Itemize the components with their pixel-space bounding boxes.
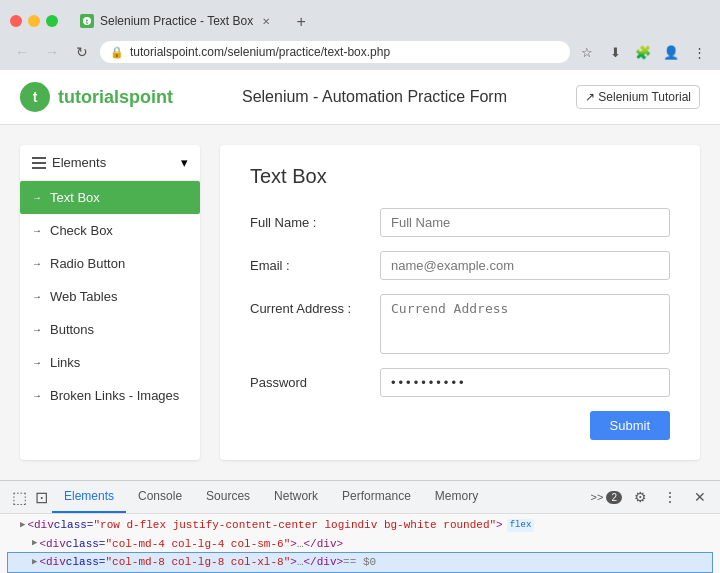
tutorial-link[interactable]: ↗ Selenium Tutorial bbox=[576, 85, 700, 109]
email-input[interactable] bbox=[380, 251, 670, 280]
brand-name: tutorialspoint bbox=[58, 87, 173, 108]
device-tool-button[interactable]: ⊡ bbox=[30, 486, 52, 508]
sidebar-item-label: Web Tables bbox=[50, 289, 117, 304]
arrow-icon: → bbox=[32, 291, 42, 302]
address-input[interactable] bbox=[380, 294, 670, 354]
sidebar-item-label: Broken Links - Images bbox=[50, 388, 179, 403]
brand-tutorials: tutorials bbox=[58, 87, 129, 107]
extensions-icon[interactable]: 🧩 bbox=[632, 41, 654, 63]
tab-network[interactable]: Network bbox=[262, 481, 330, 513]
collapse-icon[interactable]: ▶ bbox=[32, 537, 37, 551]
sidebar-item-buttons[interactable]: → Buttons bbox=[20, 313, 200, 346]
tab-console[interactable]: Console bbox=[126, 481, 194, 513]
settings-button[interactable]: ⚙ bbox=[628, 485, 652, 509]
tab-bar: t Selenium Practice - Text Box ✕ + bbox=[68, 8, 710, 34]
sidebar: Elements ▾ → Text Box → Check Box → Radi… bbox=[20, 145, 200, 460]
tab-sources[interactable]: Sources bbox=[194, 481, 262, 513]
chevron-down-icon: ▾ bbox=[181, 155, 188, 170]
page-header: t tutorialspoint Selenium - Automation P… bbox=[0, 70, 720, 125]
html-tree: ▶ <div class="row d-flex justify-content… bbox=[0, 514, 720, 573]
maximize-button[interactable] bbox=[46, 15, 58, 27]
form-row-email: Email : bbox=[250, 251, 670, 280]
more-options-button[interactable]: ⋮ bbox=[658, 485, 682, 509]
page-title: Selenium - Automation Practice Form bbox=[173, 88, 576, 106]
html-line-3[interactable]: ▶ <div class="col-md-8 col-lg-8 col-xl-8… bbox=[8, 553, 712, 572]
sidebar-item-checkbox[interactable]: → Check Box bbox=[20, 214, 200, 247]
tab-elements[interactable]: Elements bbox=[52, 481, 126, 513]
sidebar-item-label: Check Box bbox=[50, 223, 113, 238]
logo: t tutorialspoint bbox=[20, 82, 173, 112]
close-button[interactable] bbox=[10, 15, 22, 27]
form-row-fullname: Full Name : bbox=[250, 208, 670, 237]
collapse-icon[interactable]: ▶ bbox=[20, 519, 25, 533]
inspector-tool-button[interactable]: ⬚ bbox=[8, 486, 30, 508]
submit-button[interactable]: Submit bbox=[590, 411, 670, 440]
password-label: Password bbox=[250, 368, 380, 390]
active-tab[interactable]: t Selenium Practice - Text Box ✕ bbox=[68, 8, 285, 34]
sidebar-item-radiobutton[interactable]: → Radio Button bbox=[20, 247, 200, 280]
arrow-icon: → bbox=[32, 258, 42, 269]
collapse-icon[interactable]: ▶ bbox=[32, 556, 37, 570]
devtools-more: >> 2 ⚙ ⋮ ✕ bbox=[591, 485, 712, 509]
profile-icon[interactable]: 👤 bbox=[660, 41, 682, 63]
minimize-button[interactable] bbox=[28, 15, 40, 27]
title-bar: t Selenium Practice - Text Box ✕ + bbox=[0, 0, 720, 34]
close-devtools-button[interactable]: ✕ bbox=[688, 485, 712, 509]
forward-button[interactable]: → bbox=[40, 40, 64, 64]
devtools: ⬚ ⊡ Elements Console Sources Network Per… bbox=[0, 480, 720, 573]
sidebar-item-label: Radio Button bbox=[50, 256, 125, 271]
sidebar-item-label: Links bbox=[50, 355, 80, 370]
password-input[interactable] bbox=[380, 368, 670, 397]
sidebar-item-label: Text Box bbox=[50, 190, 100, 205]
sidebar-item-textbox[interactable]: → Text Box bbox=[20, 181, 200, 214]
lock-icon: 🔒 bbox=[110, 46, 124, 59]
close-tab-button[interactable]: ✕ bbox=[259, 14, 273, 28]
browser-chrome: t Selenium Practice - Text Box ✕ + ← → ↻… bbox=[0, 0, 720, 70]
tab-favicon: t bbox=[80, 14, 94, 28]
fullname-input[interactable] bbox=[380, 208, 670, 237]
sidebar-item-brokenlinks[interactable]: → Broken Links - Images bbox=[20, 379, 200, 412]
menu-icon[interactable]: ⋮ bbox=[688, 41, 710, 63]
refresh-button[interactable]: ↻ bbox=[70, 40, 94, 64]
form-area: Text Box Full Name : Email : Current Add… bbox=[220, 145, 700, 460]
arrow-icon: → bbox=[32, 225, 42, 236]
fullname-label: Full Name : bbox=[250, 208, 380, 230]
address-label: Current Address : bbox=[250, 294, 380, 316]
arrow-icon: → bbox=[32, 192, 42, 203]
flex-badge: flex bbox=[507, 519, 535, 533]
html-line-2[interactable]: ▶ <div class="col-md-4 col-lg-4 col-sm-6… bbox=[8, 535, 712, 554]
devtools-tabs: ⬚ ⊡ Elements Console Sources Network Per… bbox=[0, 481, 720, 514]
submit-row: Submit bbox=[250, 411, 670, 440]
nav-icons: ☆ ⬇ 🧩 👤 ⋮ bbox=[576, 41, 710, 63]
form-row-password: Password bbox=[250, 368, 670, 397]
back-button[interactable]: ← bbox=[10, 40, 34, 64]
html-line-1[interactable]: ▶ <div class="row d-flex justify-content… bbox=[8, 516, 712, 535]
more-label: >> bbox=[591, 491, 604, 503]
sidebar-item-label: Buttons bbox=[50, 322, 94, 337]
logo-letter: t bbox=[33, 89, 38, 105]
download-icon[interactable]: ⬇ bbox=[604, 41, 626, 63]
badge-count: 2 bbox=[606, 491, 622, 504]
address-bar[interactable]: 🔒 tutorialspoint.com/selenium/practice/t… bbox=[100, 41, 570, 63]
new-tab-button[interactable]: + bbox=[289, 10, 313, 34]
logo-icon: t bbox=[20, 82, 50, 112]
brand-point: point bbox=[129, 87, 173, 107]
hamburger-icon[interactable] bbox=[32, 157, 46, 169]
more-tabs-button[interactable]: >> 2 bbox=[591, 491, 622, 504]
sidebar-item-links[interactable]: → Links bbox=[20, 346, 200, 379]
arrow-icon: → bbox=[32, 357, 42, 368]
url-text: tutorialspoint.com/selenium/practice/tex… bbox=[130, 45, 560, 59]
arrow-icon: → bbox=[32, 390, 42, 401]
form-row-address: Current Address : bbox=[250, 294, 670, 354]
sidebar-item-webtables[interactable]: → Web Tables bbox=[20, 280, 200, 313]
sidebar-header: Elements ▾ bbox=[20, 145, 200, 181]
traffic-lights bbox=[10, 15, 58, 27]
tab-memory[interactable]: Memory bbox=[423, 481, 490, 513]
sidebar-title: Elements bbox=[52, 155, 106, 170]
page-content: t tutorialspoint Selenium - Automation P… bbox=[0, 70, 720, 480]
email-label: Email : bbox=[250, 251, 380, 273]
nav-bar: ← → ↻ 🔒 tutorialspoint.com/selenium/prac… bbox=[0, 34, 720, 70]
tab-performance[interactable]: Performance bbox=[330, 481, 423, 513]
bookmark-icon[interactable]: ☆ bbox=[576, 41, 598, 63]
tab-label: Selenium Practice - Text Box bbox=[100, 14, 253, 28]
